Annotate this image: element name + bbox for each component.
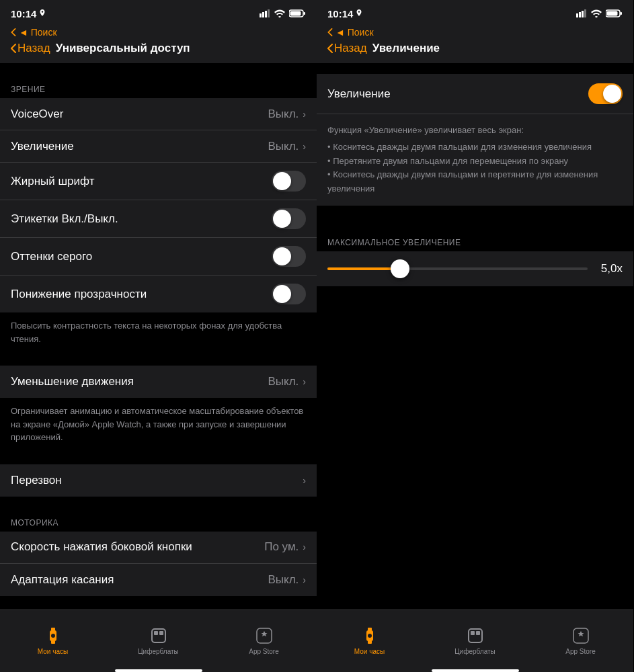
svg-point-10 xyxy=(51,634,55,638)
location-icon-left xyxy=(39,9,46,17)
tab-label-appstore-right: App Store xyxy=(565,648,595,655)
watch-icon-right xyxy=(360,626,379,645)
nav-back-left[interactable]: Назад xyxy=(11,42,50,55)
scroll-indicator-right xyxy=(432,669,519,672)
row-callback[interactable]: Перезвон › xyxy=(0,464,317,497)
slider-row[interactable]: 5,0x xyxy=(317,251,633,286)
svg-rect-15 xyxy=(576,13,578,17)
scroll-indicator-left xyxy=(115,669,202,672)
row-grayscale[interactable]: Оттенки серого xyxy=(0,238,317,276)
slider-header: МАКСИМАЛЬНОЕ УВЕЛИЧЕНИЕ xyxy=(317,227,633,251)
section-header-motor: МОТОРИКА xyxy=(0,507,317,532)
watch-icon-left xyxy=(44,626,63,645)
tab-faces-left[interactable]: Циферблаты xyxy=(106,610,211,665)
content-right: Увеличение Функция «Увеличение» увеличив… xyxy=(317,63,633,610)
svg-rect-14 xyxy=(257,628,272,643)
toggle-labels[interactable] xyxy=(272,208,306,229)
nav-back-right[interactable]: Назад xyxy=(327,42,367,55)
svg-rect-3 xyxy=(268,9,270,17)
svg-rect-21 xyxy=(607,11,618,16)
page-title-left: Универсальный доступ xyxy=(56,42,190,55)
svg-rect-17 xyxy=(582,11,584,17)
slider-value: 5,0x xyxy=(596,262,623,276)
svg-rect-18 xyxy=(584,9,586,17)
battery-icon-left xyxy=(289,9,306,17)
toggle-transparency[interactable] xyxy=(272,284,306,304)
svg-rect-16 xyxy=(579,12,581,17)
search-back-chevron-left xyxy=(11,28,16,36)
chevron-icon: › xyxy=(303,141,306,152)
toggle-bold[interactable] xyxy=(272,171,306,192)
slider-track[interactable] xyxy=(327,267,588,270)
row-side-button[interactable]: Скорость нажатия боковой кнопки По ум. › xyxy=(0,532,317,564)
tab-my-watch-left[interactable]: Мои часы xyxy=(0,610,106,665)
tab-label-faces-right: Циферблаты xyxy=(454,648,496,655)
row-voiceover[interactable]: VoiceOver Выкл. › xyxy=(0,98,317,130)
chevron-icon: › xyxy=(303,475,306,486)
tab-appstore-left[interactable]: App Store xyxy=(211,610,317,665)
svg-rect-9 xyxy=(51,640,55,644)
row-labels[interactable]: Этикетки Вкл./Выкл. xyxy=(0,200,317,238)
svg-rect-2 xyxy=(265,11,267,17)
svg-rect-8 xyxy=(51,628,55,631)
left-screen: 10:14 ◄ Поиск Назад Универсальный доступ… xyxy=(0,0,317,672)
row-reduce-transparency[interactable]: Понижение прозрачности xyxy=(0,276,317,312)
svg-rect-20 xyxy=(621,12,623,15)
status-bar-left: 10:14 xyxy=(0,0,317,24)
zoom-description: Функция «Увеличение» увеличивает весь эк… xyxy=(317,114,633,206)
slider-section: МАКСИМАЛЬНОЕ УВЕЛИЧЕНИЕ 5,0x xyxy=(317,206,633,286)
slider-thumb[interactable] xyxy=(391,259,409,278)
desc-motion: Ограничивает анимацию и автоматическое м… xyxy=(0,398,317,454)
svg-rect-12 xyxy=(154,631,158,635)
status-time-left: 10:14 xyxy=(11,8,46,19)
faces-icon-left xyxy=(149,626,168,645)
right-screen: 10:14 ◄ Поиск Назад Увеличение Увелич xyxy=(317,0,633,672)
back-chevron-left xyxy=(11,44,16,53)
svg-rect-5 xyxy=(304,12,306,15)
svg-rect-24 xyxy=(368,640,372,644)
status-icons-left xyxy=(260,9,306,17)
tab-label-mywatch-right: Мои часы xyxy=(354,648,385,655)
zoom-label: Увеличение xyxy=(327,87,391,101)
chevron-icon: › xyxy=(303,575,306,585)
tab-faces-right[interactable]: Циферблаты xyxy=(422,610,528,665)
zoom-toggle-row[interactable]: Увеличение xyxy=(317,74,633,114)
svg-rect-13 xyxy=(159,631,163,635)
toggle-zoom[interactable] xyxy=(588,83,623,104)
toggle-grayscale[interactable] xyxy=(272,246,306,267)
wifi-icon-right xyxy=(591,9,602,17)
tab-bar-right: Мои часы Циферблаты App Store xyxy=(317,610,633,665)
row-bold-text[interactable]: Жирный шрифт xyxy=(0,163,317,200)
svg-rect-27 xyxy=(471,631,475,635)
svg-rect-11 xyxy=(152,629,165,642)
settings-group-vision: VoiceOver Выкл. › Увеличение Выкл. › Жир… xyxy=(0,98,317,312)
section-header-vision: ЗРЕНИЕ xyxy=(0,74,317,98)
settings-group-motion: Уменьшение движения Выкл. › xyxy=(0,366,317,398)
content-left: ЗРЕНИЕ VoiceOver Выкл. › Увеличение Выкл… xyxy=(0,63,317,610)
row-reduce-motion[interactable]: Уменьшение движения Выкл. › xyxy=(0,366,317,398)
svg-rect-1 xyxy=(262,12,264,17)
svg-rect-23 xyxy=(368,628,372,631)
tab-my-watch-right[interactable]: Мои часы xyxy=(317,610,422,665)
settings-group-callback: Перезвон › xyxy=(0,464,317,497)
tab-appstore-right[interactable]: App Store xyxy=(528,610,633,665)
row-touch-adapt[interactable]: Адаптация касания Выкл. › xyxy=(0,564,317,596)
tab-label-appstore-left: App Store xyxy=(249,648,278,655)
nav-search-left[interactable]: ◄ Поиск xyxy=(11,27,306,38)
row-zoom[interactable]: Увеличение Выкл. › xyxy=(0,130,317,163)
chevron-icon: › xyxy=(303,109,306,120)
battery-icon-right xyxy=(606,9,623,17)
status-bar-right: 10:14 xyxy=(317,0,633,24)
tab-label-mywatch-left: Мои часы xyxy=(38,648,68,655)
zoom-section: Увеличение Функция «Увеличение» увеличив… xyxy=(317,74,633,206)
svg-rect-0 xyxy=(260,13,262,17)
wifi-icon-left xyxy=(274,9,285,17)
signal-icon-left xyxy=(260,9,270,17)
svg-rect-26 xyxy=(469,629,482,642)
settings-group-motor: Скорость нажатия боковой кнопки По ум. ›… xyxy=(0,532,317,596)
nav-search-right[interactable]: ◄ Поиск xyxy=(327,27,623,38)
svg-rect-28 xyxy=(476,631,480,635)
svg-rect-29 xyxy=(573,628,588,643)
status-time-right: 10:14 xyxy=(327,8,362,19)
page-title-right: Увеличение xyxy=(372,42,440,55)
